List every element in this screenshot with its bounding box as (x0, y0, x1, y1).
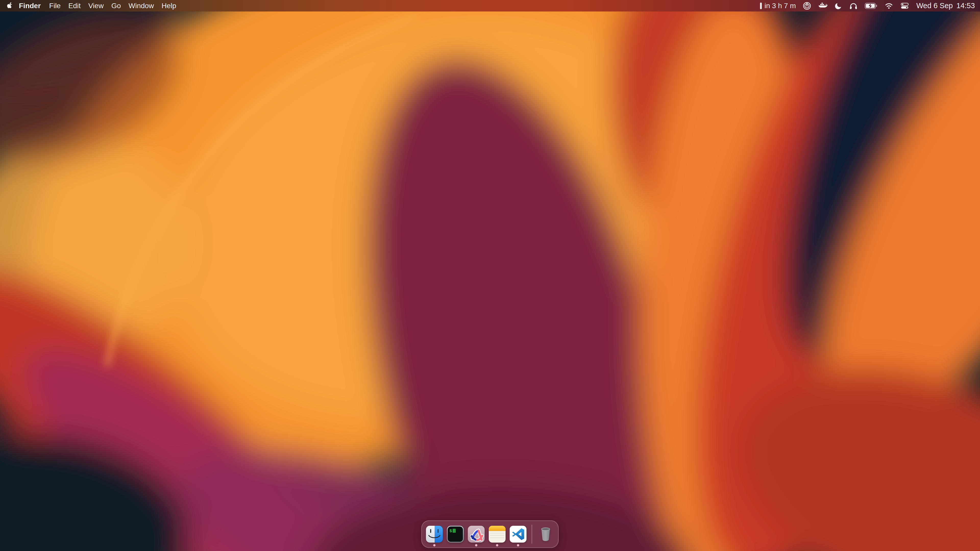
wifi-icon (885, 3, 893, 9)
menu-bar-status: in 3 h 7 m (760, 2, 980, 10)
clock-date: Wed 6 Sep (916, 2, 953, 10)
dock-separator (531, 525, 532, 544)
menu-go[interactable]: Go (107, 0, 124, 11)
status-sound-output[interactable] (850, 2, 858, 10)
running-indicator (433, 544, 436, 546)
status-battery[interactable] (865, 3, 877, 9)
running-indicator (475, 544, 477, 546)
dock-item-arc-browser[interactable] (468, 526, 485, 543)
dock-item-vscode[interactable] (510, 526, 527, 543)
menu-active-app[interactable]: Finder (14, 0, 45, 11)
dock: $ (422, 520, 558, 548)
trash-icon (537, 526, 554, 543)
clock-time: 14:53 (956, 2, 975, 10)
control-center-icon (900, 3, 909, 9)
status-docker[interactable] (818, 2, 827, 10)
menu-window[interactable]: Window (124, 0, 158, 11)
dock-item-trash[interactable] (537, 526, 554, 543)
status-control-center[interactable] (900, 3, 909, 9)
menu-help[interactable]: Help (158, 0, 180, 11)
docker-whale-icon (818, 2, 827, 10)
status-power-circle[interactable] (803, 2, 811, 10)
vertical-progress-bar-icon (760, 2, 762, 10)
status-wifi[interactable] (885, 3, 893, 9)
dock-item-terminal[interactable]: $ (447, 526, 464, 543)
status-timer[interactable]: in 3 h 7 m (760, 2, 796, 10)
running-indicator (496, 544, 498, 546)
menu-view[interactable]: View (84, 0, 107, 11)
menu-bar: Finder File Edit View Go Window Help in … (0, 0, 980, 11)
desktop: Finder File Edit View Go Window Help in … (0, 0, 980, 551)
timer-countdown-text: in 3 h 7 m (765, 2, 796, 10)
notes-icon (489, 526, 506, 543)
battery-charging-icon (865, 3, 877, 9)
menu-file[interactable]: File (45, 0, 65, 11)
menu-bar-left: Finder File Edit View Go Window Help (0, 0, 180, 11)
menu-bar-clock[interactable]: Wed 6 Sep 14:53 (916, 2, 975, 10)
menu-edit[interactable]: Edit (65, 0, 84, 11)
headphones-icon (850, 2, 858, 10)
ventura-wallpaper (0, 0, 980, 551)
moon-focus-icon (835, 2, 842, 10)
power-circle-icon (803, 2, 811, 10)
svg-text:$: $ (449, 529, 452, 534)
vscode-icon (510, 526, 527, 543)
dock-item-notes[interactable] (489, 526, 506, 543)
apple-logo-icon (6, 2, 13, 10)
status-focus[interactable] (835, 2, 842, 10)
terminal-icon: $ (447, 526, 464, 543)
finder-icon (426, 526, 443, 543)
running-indicator (517, 544, 519, 546)
arc-browser-icon (468, 526, 485, 543)
apple-menu[interactable] (6, 2, 13, 10)
dock-item-finder[interactable] (426, 526, 443, 543)
